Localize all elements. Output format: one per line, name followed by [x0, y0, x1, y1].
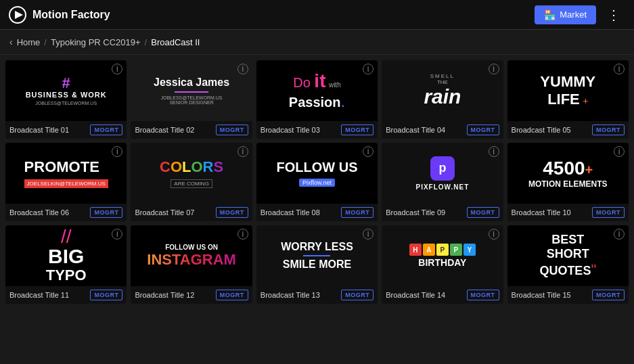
- birthday-text: BIRTHDAY: [409, 257, 476, 268]
- info-icon-11[interactable]: i: [112, 229, 122, 240]
- mogrt-badge-13: MOGRT: [341, 290, 373, 300]
- card-footer-4: Broadcast Title 04 MOGRT: [382, 121, 503, 139]
- mogrt-badge-12: MOGRT: [216, 290, 248, 300]
- business-work-text: BUSINESS & WORK: [26, 91, 107, 99]
- preview-content-2: Jessica James JOBLESS@TELEWORM.US SENIOR…: [154, 76, 229, 105]
- info-icon-4[interactable]: i: [489, 64, 499, 74]
- p2-letter: P: [450, 244, 462, 256]
- info-icon-10[interactable]: i: [614, 146, 625, 157]
- smile-more-text: SMILE MORE: [281, 258, 353, 271]
- info-icon-1[interactable]: i: [112, 64, 122, 74]
- info-icon-9[interactable]: i: [489, 146, 499, 157]
- card-label-4: Broadcast Title 04: [386, 126, 445, 134]
- big-text: BIG: [46, 246, 87, 267]
- p1-subtitle: JOBLESS@TELEWORM.US: [26, 101, 107, 106]
- card-14[interactable]: i H A P P Y BIRTHDAY Broadcast Title 14 …: [382, 225, 503, 304]
- email-text: JOELSELKIN@TELEWORM.US: [24, 179, 108, 188]
- r-letter: R: [203, 158, 214, 175]
- header-right: 🏪 Market ⋮: [535, 4, 626, 26]
- passion-line: Passion.: [289, 92, 345, 111]
- life-plus: +: [583, 95, 588, 106]
- number-line: 4500+: [528, 158, 608, 179]
- card-footer-12: Broadcast Title 12 MOGRT: [131, 286, 252, 304]
- breadcrumb-back-arrow[interactable]: ‹: [9, 37, 13, 47]
- card-8[interactable]: i FOLLOW US Pixflow.net Broadcast Title …: [256, 143, 378, 221]
- card-label-2: Broadcast Title 02: [135, 126, 194, 134]
- are-coming-text: ARE COMING: [171, 179, 212, 188]
- preview-content-10: 4500+ MOTION ELEMENTS: [528, 158, 608, 189]
- y-letter: Y: [463, 244, 476, 256]
- motion-text: MOTION ELEMENTS: [528, 179, 608, 189]
- preview-content-8: FOLLOW US Pixflow.net: [276, 160, 357, 187]
- happy-letters: H A P P Y: [409, 244, 476, 256]
- card-6[interactable]: i PROMOTE JOELSELKIN@TELEWORM.US Broadca…: [5, 143, 127, 221]
- quotes-text: QUOTES: [539, 264, 591, 277]
- card-footer-11: Broadcast Title 11 MOGRT: [5, 286, 127, 304]
- mogrt-badge-5: MOGRT: [592, 124, 625, 135]
- card-footer-1: Broadcast Title 01 MOGRT: [5, 121, 127, 139]
- card-10[interactable]: i 4500+ MOTION ELEMENTS Broadcast Title …: [507, 143, 629, 221]
- market-icon: 🏪: [544, 9, 556, 20]
- card-5[interactable]: i YUMMY LIFE + Broadcast Title 05 MOGRT: [507, 60, 629, 139]
- more-options-button[interactable]: ⋮: [602, 4, 626, 26]
- card-footer-2: Broadcast Title 02 MOGRT: [131, 121, 252, 139]
- header: Motion Factory 🏪 Market ⋮: [0, 0, 634, 30]
- the-text: THE: [424, 79, 461, 85]
- card-13[interactable]: i WORRY LESS SMILE MORE Broadcast Title …: [256, 225, 378, 304]
- preview-content-4: SMELL THE rain: [424, 73, 461, 108]
- info-icon-13[interactable]: i: [363, 229, 373, 240]
- l-letter: L: [182, 158, 191, 175]
- info-icon-15[interactable]: i: [614, 229, 625, 240]
- pixflow-text: PIXFLOW.NET: [416, 183, 470, 191]
- preview-content-15: BEST SHORT QUOTES": [539, 233, 596, 279]
- card-9[interactable]: i p PIXFLOW.NET Broadcast Title 09 MOGRT: [382, 143, 503, 221]
- info-icon-5[interactable]: i: [614, 64, 625, 74]
- breadcrumb-sep1: /: [44, 37, 47, 47]
- info-icon-2[interactable]: i: [237, 64, 248, 74]
- market-button[interactable]: 🏪 Market: [535, 5, 596, 24]
- card-footer-5: Broadcast Title 05 MOGRT: [507, 121, 629, 139]
- card-12[interactable]: i FOLLOW US ON INSTAGRAM Broadcast Title…: [131, 225, 252, 304]
- card-3[interactable]: i Do it with Passion. Broadcast Title 03…: [256, 60, 378, 139]
- mogrt-badge-6: MOGRT: [90, 207, 122, 218]
- card-1[interactable]: i # BUSINESS & WORK JOBLESS@TELEWORM.US …: [5, 60, 127, 139]
- card-7[interactable]: i COLORS ARE COMING Broadcast Title 07 M…: [131, 143, 252, 221]
- s-letter: S: [213, 158, 223, 175]
- o2-letter: O: [191, 158, 202, 175]
- best-text: BEST: [539, 233, 596, 247]
- card-footer-10: Broadcast Title 10 MOGRT: [507, 204, 629, 221]
- preview-content-6: PROMOTE JOELSELKIN@TELEWORM.US: [19, 153, 114, 194]
- hash-symbol: #: [26, 76, 107, 91]
- instagram-colored-text: INSTAGRAM: [147, 251, 236, 268]
- breadcrumb-home[interactable]: Home: [17, 37, 41, 47]
- preview-content-1: # BUSINESS & WORK JOBLESS@TELEWORM.US: [26, 76, 107, 106]
- card-footer-7: Broadcast Title 07 MOGRT: [131, 204, 252, 221]
- card-2[interactable]: i Jessica James JOBLESS@TELEWORM.US SENI…: [131, 60, 252, 139]
- svg-marker-1: [15, 11, 23, 19]
- worry-less-text: WORRY LESS: [281, 241, 353, 253]
- breadcrumb-parent[interactable]: Typoking PR CC2019+: [51, 37, 141, 47]
- info-icon-6[interactable]: i: [112, 146, 122, 157]
- preview-content-12: FOLLOW US ON INSTAGRAM: [147, 244, 236, 269]
- typo-text: TYPO: [46, 267, 87, 284]
- header-left: Motion Factory: [8, 5, 110, 24]
- breadcrumb-current: BroadCast II: [151, 37, 200, 47]
- card-11[interactable]: i // BIG TYPO Broadcast Title 11 MOGRT: [5, 225, 127, 304]
- card-grid: i # BUSINESS & WORK JOBLESS@TELEWORM.US …: [0, 55, 634, 309]
- pixflow-badge: Pixflow.net: [299, 179, 335, 187]
- info-icon-12[interactable]: i: [237, 229, 248, 240]
- info-icon-7[interactable]: i: [237, 146, 248, 157]
- info-icon-8[interactable]: i: [363, 146, 373, 157]
- info-icon-14[interactable]: i: [489, 229, 499, 240]
- card-4[interactable]: i SMELL THE rain Broadcast Title 04 MOGR…: [382, 60, 503, 139]
- card-preview-9: i p PIXFLOW.NET: [382, 143, 503, 204]
- mogrt-badge-15: MOGRT: [592, 290, 625, 300]
- card-footer-9: Broadcast Title 09 MOGRT: [382, 204, 503, 221]
- mogrt-badge-8: MOGRT: [341, 207, 373, 218]
- card-15[interactable]: i BEST SHORT QUOTES" Broadcast Title 15 …: [507, 225, 629, 304]
- card-label-13: Broadcast Title 13: [261, 291, 320, 299]
- card-footer-13: Broadcast Title 13 MOGRT: [256, 286, 378, 304]
- us-text: US: [339, 160, 358, 175]
- info-icon-3[interactable]: i: [363, 64, 373, 74]
- h-letter: H: [409, 244, 422, 256]
